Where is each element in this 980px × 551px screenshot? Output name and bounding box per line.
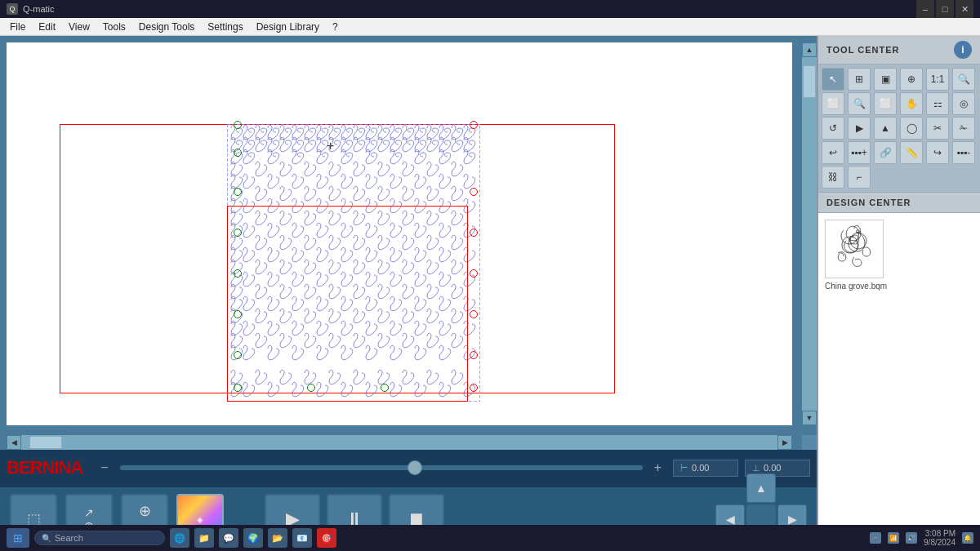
handle-l5[interactable]	[234, 310, 242, 318]
menu-item-design-library[interactable]: Design Library	[250, 20, 326, 34]
tool-hand[interactable]: ✋	[900, 92, 923, 115]
minimize-button[interactable]: –	[916, 0, 934, 18]
handle-bl[interactable]	[234, 384, 242, 392]
taskbar-app-6[interactable]: 📧	[292, 528, 312, 548]
tool-pointer[interactable]: ↖	[822, 68, 844, 91]
tool-split[interactable]: ⚏	[926, 92, 949, 115]
tool-corner[interactable]: ⌐	[848, 166, 871, 189]
tool-ratio[interactable]: 1:1	[926, 68, 949, 91]
tool-add[interactable]: ⊞	[848, 68, 871, 91]
handle-l2[interactable]	[234, 188, 242, 196]
tool-color[interactable]: ◎	[952, 92, 975, 115]
red-handle-r1[interactable]	[470, 188, 478, 196]
coord-v-icon: ⊥	[752, 463, 760, 473]
plus-button[interactable]: +	[649, 459, 666, 477]
red-handle-r3[interactable]	[470, 269, 478, 278]
tool-arrow[interactable]: ▶	[848, 117, 871, 140]
design-name: China grove.bqm	[825, 282, 973, 291]
taskbar-app-4[interactable]: 🌍	[243, 528, 263, 548]
tool-transform[interactable]: ⬜	[874, 92, 897, 115]
taskbar-app-2[interactable]: 📁	[194, 528, 214, 548]
tool-copy[interactable]: ▣	[874, 68, 897, 91]
taskbar-sound[interactable]: 🔊	[906, 532, 917, 544]
red-handle-tr[interactable]	[470, 121, 478, 129]
start-button[interactable]: ⊞	[7, 528, 29, 548]
tool-undo[interactable]: ↩	[822, 141, 844, 164]
taskbar-chevron[interactable]: ^	[870, 532, 881, 544]
handle-l6[interactable]	[234, 351, 242, 359]
red-handle-br[interactable]	[470, 384, 478, 392]
tool-cut[interactable]: ✂	[926, 117, 949, 140]
progress-bar-area: BERNINA − + ⊢ 0.00 ⊥ 0.00	[0, 450, 817, 486]
dpad-up[interactable]: ▲	[746, 473, 776, 503]
tool-ruler[interactable]: 📏	[900, 141, 923, 164]
handle-b1[interactable]	[307, 384, 315, 392]
menu-item-edit[interactable]: Edit	[32, 20, 62, 34]
tool-remove-row[interactable]: ▪▪▪-	[952, 141, 975, 164]
menu-item-view[interactable]: View	[62, 20, 96, 34]
taskbar-app-3[interactable]: 💬	[219, 528, 238, 548]
menu-item-settings[interactable]: Settings	[201, 20, 249, 34]
scroll-up-btn[interactable]: ▲	[802, 42, 817, 57]
menu-item-tools[interactable]: Tools	[96, 20, 132, 34]
close-button[interactable]: ✕	[956, 0, 973, 18]
red-handle-r5[interactable]	[470, 351, 478, 359]
menu-item-?[interactable]: ?	[326, 20, 345, 34]
info-button[interactable]: i	[954, 41, 972, 59]
minus-button[interactable]: −	[96, 459, 113, 477]
handle-l3[interactable]	[234, 229, 242, 237]
scroll-track-v[interactable]	[802, 57, 817, 411]
progress-thumb[interactable]	[408, 460, 422, 475]
maximize-button[interactable]: □	[936, 0, 954, 18]
progress-track[interactable]	[120, 465, 643, 470]
handle-l1[interactable]	[234, 149, 242, 157]
titlebar-left: Q Q-matic	[7, 3, 55, 15]
red-handle-r2[interactable]	[470, 229, 478, 237]
pattern-icon: ◈	[197, 515, 203, 524]
taskbar-app-1[interactable]: 🌐	[170, 528, 189, 548]
canvas-section: +	[0, 36, 817, 551]
tool-link[interactable]: 🔗	[874, 141, 897, 164]
scroll-down-btn[interactable]: ▼	[802, 411, 817, 425]
tool-redo[interactable]: ↪	[926, 141, 949, 164]
scroll-corner	[802, 435, 817, 450]
taskbar-notif[interactable]: 🔔	[962, 532, 973, 544]
tool-ring[interactable]: ◯	[900, 117, 923, 140]
tool-search[interactable]: 🔍	[848, 92, 871, 115]
handle-tl[interactable]	[234, 121, 242, 129]
scrollbar-vertical[interactable]: ▲ ▼	[802, 42, 817, 425]
tool-triangle[interactable]: ▲	[874, 117, 897, 140]
canvas-wrapper[interactable]: +	[0, 36, 817, 450]
search-placeholder: Search	[55, 533, 83, 543]
scroll-thumb-v[interactable]	[803, 65, 816, 98]
handle-b2[interactable]	[381, 384, 389, 392]
taskbar-date: 9/8/2024	[924, 538, 956, 547]
taskbar-app-7[interactable]: 🎯	[317, 528, 336, 548]
scroll-right-btn[interactable]: ▶	[777, 435, 792, 450]
taskbar-wifi[interactable]: 📶	[888, 532, 899, 544]
scroll-track-h[interactable]	[21, 435, 777, 450]
search-bar[interactable]: 🔍 Search	[34, 531, 165, 545]
tool-crop[interactable]: ⬜	[822, 92, 844, 115]
taskbar-right: ^ 📶 🔊 3:08 PM 9/8/2024 🔔	[870, 529, 973, 547]
scroll-thumb-h[interactable]	[29, 436, 62, 449]
tool-unlink[interactable]: ⛓	[822, 166, 844, 189]
tool-rotate[interactable]: ↺	[822, 117, 844, 140]
dpad-empty-tl	[715, 473, 745, 503]
tool-target[interactable]: ⊕	[900, 68, 923, 91]
red-handle-r4[interactable]	[470, 310, 478, 318]
design-center-header: DESIGN CENTER	[818, 192, 980, 213]
tool-scissors2[interactable]: ✁	[952, 117, 975, 140]
tool-center-label: TOOL CENTER	[826, 45, 899, 55]
menu-item-file[interactable]: File	[3, 20, 32, 34]
scrollbar-horizontal[interactable]: ◀ ▶	[7, 435, 792, 450]
menu-item-design-tools[interactable]: Design Tools	[132, 20, 201, 34]
handle-l4[interactable]	[234, 269, 242, 278]
bernina-logo: BERNINA	[7, 457, 82, 478]
tool-add-row[interactable]: ▪▪▪+	[848, 141, 871, 164]
scroll-left-btn[interactable]: ◀	[7, 435, 21, 450]
tool-zoom-in[interactable]: 🔍	[952, 68, 975, 91]
dpad-empty-tr	[777, 473, 807, 503]
selection-rect-inner	[227, 206, 468, 402]
taskbar-app-5[interactable]: 📂	[268, 528, 287, 548]
